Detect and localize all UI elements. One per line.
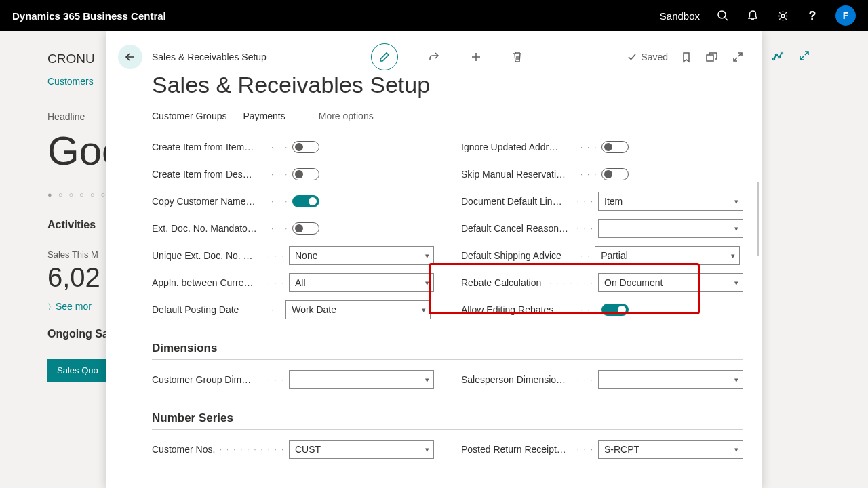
chevron-down-icon: ▾ <box>422 306 426 314</box>
expand-panel-icon[interactable] <box>732 52 743 62</box>
select-default-posting-date[interactable]: Work Date▾ <box>285 300 431 319</box>
label-salesperson-dim: Salesperson Dimensio… <box>461 374 573 385</box>
rolecenter-top-icons <box>772 50 810 62</box>
label-ignore-updated-addr: Ignore Updated Addr… <box>461 142 576 152</box>
page-title: Sales & Receivables Setup <box>106 72 762 98</box>
back-button[interactable] <box>118 45 142 69</box>
label-unique-ext-doc: Unique Ext. Doc. No. … <box>152 250 264 261</box>
select-document-default-line[interactable]: Item▾ <box>598 192 743 211</box>
sales-quote-tile[interactable]: Sales Quo <box>47 359 108 382</box>
smart-links-icon[interactable] <box>772 50 784 62</box>
svg-line-1 <box>725 18 728 20</box>
share-icon[interactable] <box>428 51 440 63</box>
label-create-item-from-item: Create Item from Item… <box>152 142 267 152</box>
select-posted-return-receipt[interactable]: S-RCPT▾ <box>598 440 743 459</box>
select-customer-group-dim[interactable]: ▾ <box>289 370 434 389</box>
label-appln-between-curr: Appln. between Curre… <box>152 277 264 288</box>
select-default-cancel-reason[interactable]: ▾ <box>598 219 743 238</box>
chevron-down-icon: ▾ <box>425 445 429 454</box>
chevron-down-icon: ▾ <box>425 279 429 287</box>
delete-icon[interactable] <box>512 51 523 63</box>
label-customer-group-dim: Customer Group Dim… <box>152 374 264 385</box>
label-default-shipping-advice: Default Shipping Advice <box>461 250 576 261</box>
chevron-down-icon: ▾ <box>734 375 738 384</box>
label-allow-editing-rebates: Allow Editing Rebates … <box>461 304 576 315</box>
select-salesperson-dim[interactable]: ▾ <box>598 370 743 389</box>
label-create-item-from-desc: Create Item from Des… <box>152 169 267 180</box>
toggle-create-item-from-item[interactable] <box>292 141 319 153</box>
label-document-default-line: Document Default Lin… <box>461 196 573 207</box>
label-copy-customer-name: Copy Customer Name… <box>152 196 267 207</box>
search-icon[interactable] <box>716 9 730 22</box>
popout-icon[interactable] <box>706 52 717 62</box>
dimensions-heading: Dimensions <box>152 342 743 359</box>
toggle-ignore-updated-addr[interactable] <box>601 141 629 153</box>
label-default-posting-date: Default Posting Date <box>152 304 267 315</box>
saved-status: Saved <box>627 52 668 62</box>
toggle-allow-editing-rebates[interactable] <box>601 304 629 316</box>
panel-body: Create Item from Item…· · · Create Item … <box>106 127 762 488</box>
toggle-copy-customer-name[interactable] <box>292 195 319 207</box>
label-posted-return-receipt: Posted Return Receipt… <box>461 444 573 455</box>
svg-point-0 <box>718 11 726 18</box>
chevron-down-icon: ▾ <box>734 224 738 233</box>
select-customer-nos[interactable]: CUST▾ <box>289 440 434 459</box>
number-series-heading: Number Series <box>152 411 743 429</box>
breadcrumb: Sales & Receivables Setup <box>152 52 267 62</box>
label-skip-manual-reservation: Skip Manual Reservati… <box>461 169 576 180</box>
product-name: Dynamics 365 Business Central <box>12 10 166 22</box>
chevron-down-icon: ▾ <box>731 251 735 260</box>
topbar-actions: Sandbox ? F <box>660 5 856 26</box>
tab-customer-groups[interactable]: Customer Groups <box>152 110 226 121</box>
new-icon[interactable] <box>470 51 482 63</box>
label-default-cancel-reason: Default Cancel Reason… <box>461 223 573 234</box>
toggle-skip-manual-reservation[interactable] <box>601 168 629 180</box>
toggle-create-item-from-desc[interactable] <box>292 168 319 180</box>
chevron-down-icon: ▾ <box>734 279 738 287</box>
chevron-down-icon: ▾ <box>734 197 738 206</box>
chevron-down-icon: ▾ <box>425 251 429 260</box>
scrollbar[interactable] <box>757 182 760 256</box>
topbar: Dynamics 365 Business Central Sandbox ? … <box>0 0 868 31</box>
toggle-ext-doc-mandatory[interactable] <box>292 222 319 235</box>
chevron-down-icon: ▾ <box>425 375 429 384</box>
svg-point-2 <box>781 14 785 18</box>
gear-icon[interactable] <box>776 9 789 22</box>
setup-panel: Sales & Receivables Setup Saved Sales & … <box>106 31 762 488</box>
select-unique-ext-doc[interactable]: None▾ <box>289 246 434 265</box>
select-rebate-calculation[interactable]: On Document▾ <box>598 273 743 292</box>
label-rebate-calculation: Rebate Calculation <box>461 277 545 288</box>
bell-icon[interactable] <box>746 9 760 22</box>
bookmark-icon[interactable] <box>682 52 691 63</box>
select-appln-between-curr[interactable]: All▾ <box>289 273 434 292</box>
expand-icon[interactable] <box>799 50 810 62</box>
edit-button[interactable] <box>371 43 398 70</box>
chevron-down-icon: ▾ <box>734 445 738 454</box>
tab-more-options[interactable]: More options <box>319 110 374 121</box>
svg-rect-7 <box>707 55 713 61</box>
label-ext-doc-mandatory: Ext. Doc. No. Mandato… <box>152 223 267 234</box>
tab-payments[interactable]: Payments <box>243 110 285 121</box>
help-icon[interactable]: ? <box>806 9 819 22</box>
label-customer-nos: Customer Nos. <box>152 444 216 455</box>
select-default-shipping-advice[interactable]: Partial▾ <box>595 246 740 265</box>
environment-badge: Sandbox <box>660 10 700 22</box>
avatar[interactable]: F <box>835 5 856 26</box>
